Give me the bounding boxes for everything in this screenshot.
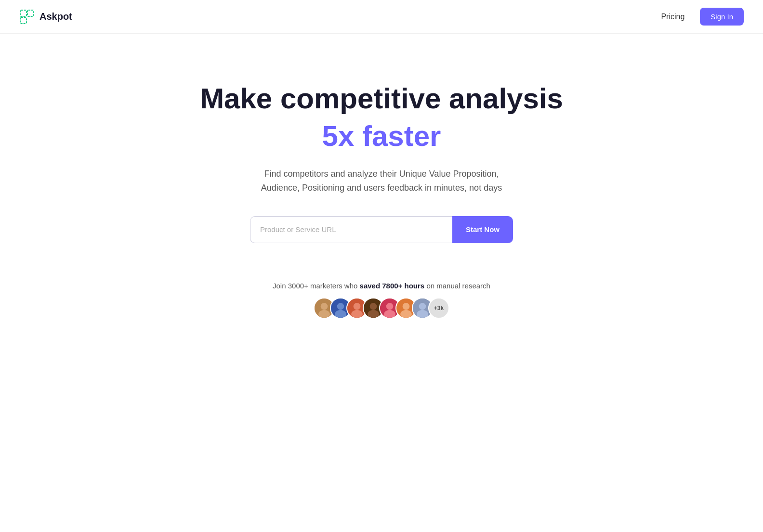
social-text-before: Join 3000+ marketers who <box>273 282 360 290</box>
logo-text: Askpot <box>39 11 72 22</box>
signin-button[interactable]: Sign In <box>700 8 744 26</box>
start-now-button[interactable]: Start Now <box>452 216 513 243</box>
svg-point-4 <box>321 303 328 310</box>
nav-right: Pricing Sign In <box>661 8 744 26</box>
svg-point-17 <box>384 310 395 318</box>
svg-rect-2 <box>20 17 26 24</box>
social-text-bold: saved 7800+ hours <box>360 282 425 290</box>
logo-icon <box>19 9 35 25</box>
svg-point-19 <box>403 303 410 310</box>
svg-point-20 <box>400 310 412 318</box>
hero-section: Make competitive analysis 5x faster Find… <box>0 34 763 348</box>
svg-point-5 <box>318 310 330 318</box>
svg-rect-0 <box>20 10 26 16</box>
url-input[interactable] <box>250 216 452 243</box>
avatar-group: +3k <box>314 298 449 319</box>
hero-subtitle: Find competitors and analyze their Uniqu… <box>247 167 516 195</box>
search-bar: Start Now <box>250 216 513 243</box>
hero-title-line1: Make competitive analysis <box>200 82 563 115</box>
social-text-after: on manual research <box>424 282 490 290</box>
svg-point-22 <box>419 303 426 310</box>
svg-point-16 <box>386 303 394 310</box>
hero-title-line2: 5x faster <box>322 119 441 154</box>
svg-point-14 <box>368 310 379 318</box>
social-proof-text: Join 3000+ marketers who saved 7800+ hou… <box>273 282 490 290</box>
logo[interactable]: Askpot <box>19 9 72 25</box>
social-proof: Join 3000+ marketers who saved 7800+ hou… <box>273 282 490 319</box>
svg-point-7 <box>337 303 344 310</box>
svg-point-13 <box>370 303 377 310</box>
svg-point-23 <box>417 310 428 318</box>
svg-point-8 <box>335 310 346 318</box>
svg-point-11 <box>351 310 363 318</box>
svg-rect-1 <box>27 10 34 16</box>
svg-point-10 <box>354 303 361 310</box>
pricing-link[interactable]: Pricing <box>661 13 684 21</box>
avatar-count-badge: +3k <box>428 298 449 319</box>
navbar: Askpot Pricing Sign In <box>0 0 763 34</box>
